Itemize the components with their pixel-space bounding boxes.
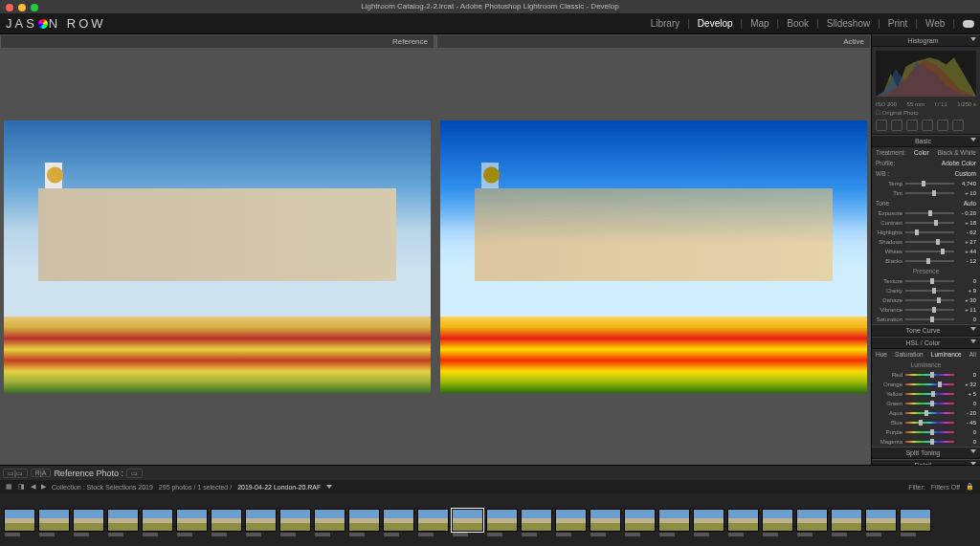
lum-red-slider[interactable]: Red0 [872, 370, 980, 380]
lum-yellow-slider[interactable]: Yellow+ 5 [872, 389, 980, 399]
zoom-icon[interactable] [31, 4, 38, 11]
view-mode-toggle[interactable]: ▭|▭ [3, 469, 28, 478]
lum-green-slider[interactable]: Green0 [872, 399, 980, 408]
module-book[interactable]: Book [787, 18, 809, 29]
filmstrip-thumb[interactable] [658, 509, 690, 532]
redeye-tool-icon[interactable] [906, 120, 918, 131]
histogram[interactable] [876, 51, 976, 97]
filmstrip-thumb[interactable] [555, 509, 587, 532]
grad-filter-icon[interactable] [922, 120, 933, 131]
filmstrip-thumb[interactable] [865, 509, 897, 532]
lum-blue-slider[interactable]: Blue- 45 [872, 418, 980, 427]
texture-slider[interactable]: Texture0 [872, 276, 980, 286]
filmstrip-thumb[interactable] [796, 509, 828, 532]
detail-header[interactable]: Detail [872, 459, 980, 465]
nav-back-icon[interactable]: ◀ [31, 483, 35, 491]
crop-tool-icon[interactable] [876, 120, 887, 131]
exposure-slider[interactable]: Exposure- 0.20 [872, 208, 980, 218]
nav-fwd-icon[interactable]: ▶ [41, 483, 46, 491]
hsl-tab-all[interactable]: All [969, 351, 976, 358]
filmstrip-thumb[interactable] [590, 509, 621, 532]
source-path[interactable]: Collection : Stock Selections 2019 [52, 484, 153, 491]
reference-photo-well[interactable]: ▭ [126, 469, 143, 478]
filmstrip-thumb[interactable] [762, 509, 793, 532]
chevron-down-icon [970, 37, 976, 41]
filmstrip-thumb[interactable] [4, 509, 35, 532]
window-controls[interactable] [6, 4, 38, 11]
lum-orange-slider[interactable]: Orange+ 32 [872, 380, 980, 389]
blacks-slider[interactable]: Blacks- 12 [872, 256, 980, 266]
hsl-header[interactable]: HSL / Color [872, 337, 980, 349]
filmstrip-thumb[interactable] [38, 509, 70, 532]
profile-row[interactable]: Profile:Adobe Color [872, 158, 980, 168]
reference-photo[interactable] [4, 120, 431, 393]
vibrance-slider[interactable]: Vibrance+ 11 [872, 305, 980, 315]
module-slideshow[interactable]: Slideshow [827, 18, 871, 29]
saturation-slider[interactable]: Saturation0 [872, 315, 980, 324]
lum-purple-slider[interactable]: Purple0 [872, 427, 980, 437]
lum-magenta-slider[interactable]: Magenta0 [872, 437, 980, 447]
filmstrip-thumb[interactable] [107, 509, 139, 532]
highlights-slider[interactable]: Highlights- 62 [872, 228, 980, 237]
module-develop[interactable]: Develop [698, 18, 733, 29]
filmstrip-thumb[interactable] [624, 509, 656, 532]
filmstrip-thumb[interactable] [211, 509, 242, 532]
second-window-icon[interactable]: ◨ [18, 483, 25, 491]
dehaze-slider[interactable]: Dehaze+ 30 [872, 295, 980, 305]
hsl-tab-hue[interactable]: Hue [876, 351, 887, 358]
spot-tool-icon[interactable] [891, 120, 902, 131]
filmstrip-thumb[interactable] [314, 509, 345, 532]
treatment-bw[interactable]: Black & White [938, 149, 976, 156]
filmstrip-thumb[interactable] [831, 509, 862, 532]
reference-view-icon[interactable]: R|A [31, 469, 52, 477]
radial-filter-icon[interactable] [937, 120, 948, 131]
shadows-slider[interactable]: Shadows+ 27 [872, 237, 980, 247]
module-print[interactable]: Print [888, 18, 908, 29]
contrast-slider[interactable]: Contrast+ 18 [872, 218, 980, 228]
filters-off[interactable]: Filters Off [931, 484, 960, 491]
split-toning-header[interactable]: Split Toning [872, 447, 980, 459]
filmstrip-thumb[interactable] [383, 509, 414, 532]
filter-lock-icon[interactable]: 🔒 [966, 483, 974, 491]
filmstrip-thumb[interactable] [348, 509, 380, 532]
auto-button[interactable]: Auto [964, 200, 976, 207]
tint-slider[interactable]: Tint+ 10 [872, 188, 980, 198]
treatment-color[interactable]: Color [914, 149, 929, 156]
active-photo[interactable] [440, 120, 867, 393]
wb-row[interactable]: WB :Custom [872, 168, 980, 179]
filmstrip-thumb[interactable] [727, 509, 759, 532]
grid-view-icon[interactable]: ▦ [6, 483, 12, 491]
lum-aqua-slider[interactable]: Aqua- 20 [872, 408, 980, 418]
filmstrip-thumb[interactable] [279, 509, 311, 532]
cloud-sync-icon[interactable] [963, 20, 974, 28]
brush-tool-icon[interactable] [952, 120, 964, 131]
filmstrip-thumb[interactable] [73, 509, 104, 532]
temp-slider[interactable]: Temp4,740 [872, 179, 980, 188]
basic-header[interactable]: Basic [872, 135, 980, 147]
filmstrip[interactable] [0, 493, 980, 546]
module-picker: Library| Develop| Map| Book| Slideshow| … [651, 18, 974, 29]
module-library[interactable]: Library [651, 18, 680, 29]
minimize-icon[interactable] [18, 4, 26, 11]
filmstrip-thumb[interactable] [176, 509, 208, 532]
filmstrip-thumb[interactable] [142, 509, 173, 532]
module-web[interactable]: Web [925, 18, 945, 29]
histogram-header[interactable]: Histogram [872, 34, 980, 47]
clarity-slider[interactable]: Clarity+ 9 [872, 286, 980, 295]
filmstrip-thumb[interactable] [452, 509, 483, 532]
filmstrip-thumb[interactable] [486, 509, 518, 532]
filmstrip-thumb[interactable] [693, 509, 724, 532]
selected-file: 2019-04-22 London-20.RAF [237, 484, 321, 491]
filmstrip-thumb[interactable] [245, 509, 277, 532]
filmstrip-thumb[interactable] [900, 509, 931, 532]
reference-panel: Reference [0, 34, 434, 465]
module-map[interactable]: Map [750, 18, 768, 29]
close-icon[interactable] [6, 4, 13, 11]
whites-slider[interactable]: Whites+ 44 [872, 247, 980, 256]
hsl-tab-sat[interactable]: Saturation [895, 351, 924, 358]
chevron-down-icon[interactable] [326, 485, 332, 489]
filmstrip-thumb[interactable] [417, 509, 449, 532]
hsl-tab-lum[interactable]: Luminance [931, 351, 962, 358]
tone-curve-header[interactable]: Tone Curve [872, 324, 980, 337]
filmstrip-thumb[interactable] [521, 509, 552, 532]
